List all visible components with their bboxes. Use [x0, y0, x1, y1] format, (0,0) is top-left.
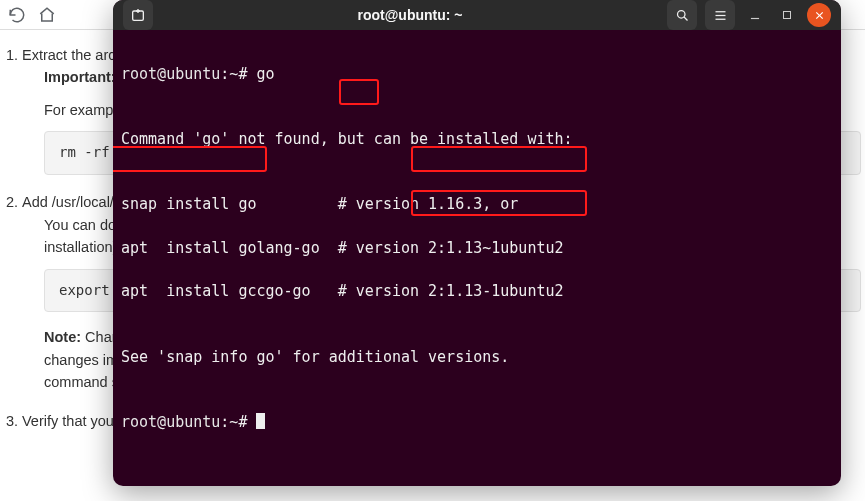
important-label: Important: — [44, 69, 116, 85]
maximize-button[interactable] — [775, 3, 799, 27]
svg-rect-9 — [784, 12, 791, 19]
step2-text: Add /usr/local/ — [22, 194, 114, 210]
prompt-path: :~# — [220, 65, 256, 83]
terminal-body[interactable]: root@ubuntu:~# go Command 'go' not found… — [113, 30, 841, 486]
close-button[interactable] — [807, 3, 831, 27]
prompt-path-2: :~# — [220, 413, 256, 431]
installation-tail: installation) — [44, 239, 117, 255]
terminal-title: root@ubuntu: ~ — [161, 7, 659, 23]
out-l5: See 'snap info go' for additional versio… — [121, 347, 833, 369]
svg-line-4 — [684, 17, 687, 20]
svg-point-3 — [677, 10, 685, 18]
typed-command: go — [256, 65, 274, 83]
prompt-userhost-2: root@ubuntu — [121, 413, 220, 431]
out-l3: apt install golang-go # version 2:1.13~1… — [121, 238, 833, 260]
out-l1: Command 'go' not found, but can be insta… — [121, 129, 833, 151]
search-button[interactable] — [667, 0, 697, 30]
prompt-userhost: root@ubuntu — [121, 65, 220, 83]
reload-icon[interactable] — [8, 6, 26, 24]
note-text-2: changes im — [44, 352, 118, 368]
hamburger-menu-button[interactable] — [705, 0, 735, 30]
minimize-button[interactable] — [743, 3, 767, 27]
out-l2: snap install go # version 1.16.3, or — [121, 194, 833, 216]
note-text-3: command s — [44, 374, 119, 390]
cursor-block-icon — [256, 413, 265, 429]
home-icon[interactable] — [38, 6, 56, 24]
out-l4: apt install gccgo-go # version 2:1.13-1u… — [121, 281, 833, 303]
note-label: Note: — [44, 329, 81, 345]
terminal-titlebar: root@ubuntu: ~ — [113, 0, 841, 30]
terminal-window: root@ubuntu: ~ root@ubuntu:~# go Command… — [113, 0, 841, 486]
new-tab-button[interactable] — [123, 0, 153, 30]
